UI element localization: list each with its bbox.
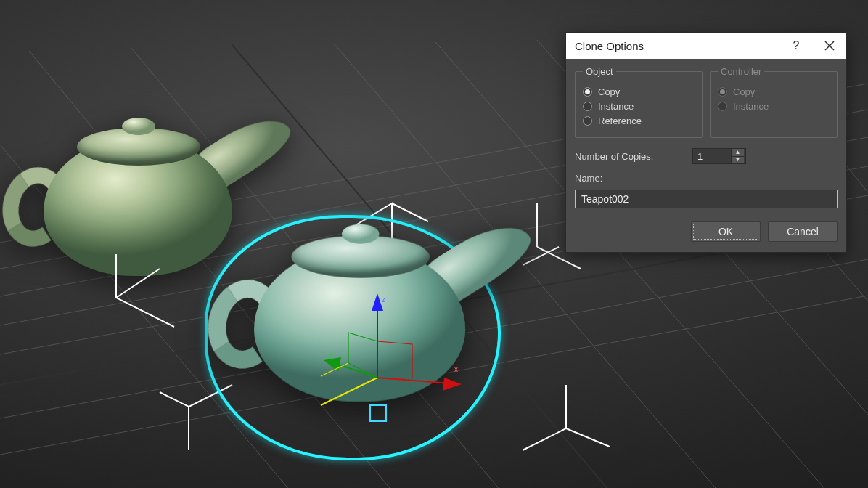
radio-label: Reference [598,115,642,126]
radio-label: Instance [733,101,769,112]
dialog-title: Clone Options [575,40,779,52]
controller-copy-radio: Copy [718,86,830,97]
spinner-up[interactable]: ▲ [732,149,744,157]
controller-group-legend: Controller [718,66,764,77]
copies-spinner[interactable]: ▲ ▼ [692,148,746,164]
object-instance-radio[interactable]: Instance [583,101,695,112]
radio-icon [718,87,727,97]
close-icon [824,41,835,51]
radio-icon [583,102,592,111]
copies-label: Number of Copies: [575,151,685,162]
object-reference-radio[interactable]: Reference [583,115,695,126]
object-group: Object Copy Instance Reference [575,66,703,138]
ok-button[interactable]: OK [691,221,761,242]
dialog-titlebar[interactable]: Clone Options ? [566,33,846,59]
close-button[interactable] [813,33,846,59]
spinner-down[interactable]: ▼ [732,157,744,164]
object-group-legend: Object [583,66,616,77]
clone-options-dialog[interactable]: Clone Options ? Object Copy Instance Ref… [565,32,847,253]
copies-input[interactable] [693,149,731,163]
radio-icon [583,87,592,97]
name-input[interactable] [575,190,838,208]
name-label: Name: [575,173,838,184]
cancel-button[interactable]: Cancel [768,221,838,242]
help-button[interactable]: ? [779,33,813,59]
radio-label: Copy [733,86,755,97]
object-copy-radio[interactable]: Copy [583,86,695,97]
radio-label: Copy [598,86,620,97]
controller-group: Controller Copy Instance [710,66,838,138]
radio-icon [583,116,592,126]
controller-instance-radio: Instance [718,101,830,112]
radio-label: Instance [598,101,634,112]
radio-icon [718,102,727,111]
